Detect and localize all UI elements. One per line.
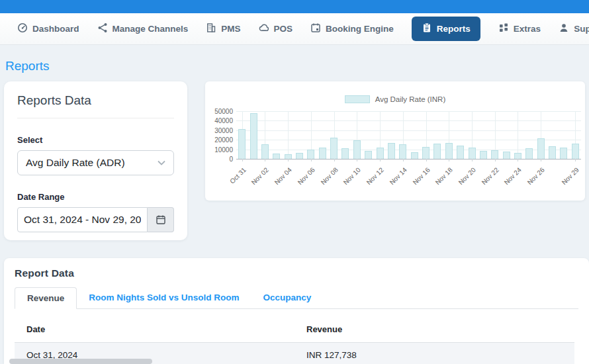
bar-nov-10: [353, 140, 361, 159]
nav-item-manage-channels[interactable]: Manage Channels: [97, 23, 189, 35]
nav-item-booking-engine[interactable]: Booking Engine: [310, 23, 394, 35]
column-header-revenue: Revenue: [294, 318, 574, 343]
divider: [17, 118, 174, 118]
chart-legend[interactable]: Avg Daily Rate (INR): [205, 95, 585, 103]
x-tick-mark: [357, 159, 357, 161]
bar-oct-31: [238, 129, 246, 159]
report-data-card: Report Data Revenue Room Nights Sold vs …: [4, 258, 589, 364]
x-tick-mark: [495, 159, 496, 161]
date-range-calendar-button[interactable]: [148, 207, 174, 232]
bar-nov-09: [341, 148, 349, 159]
x-tick-label: Nov 14: [388, 166, 408, 186]
date-range-label: Date Range: [17, 192, 174, 202]
x-tick-mark: [518, 159, 518, 161]
v-gridline: [518, 111, 518, 159]
report-type-select-value: Avg Daily Rate (ADR): [26, 157, 125, 169]
nav-item-support[interactable]: Support: [559, 23, 589, 35]
bar-nov-08: [330, 138, 338, 159]
nav-item-extras[interactable]: Extras: [498, 23, 541, 35]
x-tick-label: Nov 10: [342, 166, 362, 186]
x-tick-mark: [265, 159, 265, 161]
main-nav: Dashboard Manage Channels PMS POS Bookin…: [0, 13, 589, 45]
nav-item-pos[interactable]: POS: [259, 23, 293, 35]
nav-label: Support: [574, 24, 589, 34]
nav-label: Reports: [437, 24, 471, 34]
tab-revenue[interactable]: Revenue: [15, 287, 77, 309]
select-label: Select: [17, 135, 174, 145]
x-tick-label: Oct 31: [228, 166, 248, 185]
x-tick-label: Nov 20: [457, 166, 477, 186]
nav-label: PMS: [221, 24, 240, 34]
x-tick-mark: [403, 159, 404, 161]
bar-nov-04: [285, 154, 292, 159]
bar-nov-29: [572, 144, 579, 159]
bar-nov-15: [411, 152, 418, 159]
legend-label: Avg Daily Rate (INR): [375, 95, 446, 103]
reports-data-card-title: Reports Data: [17, 93, 174, 108]
bar-nov-28: [560, 148, 567, 159]
y-tick-label: 0: [229, 156, 233, 163]
date-range-input[interactable]: [17, 207, 148, 232]
x-tick-label: Nov 24: [503, 166, 523, 186]
bar-nov-01: [250, 113, 257, 159]
person-icon: [559, 23, 569, 35]
x-tick-mark: [288, 159, 289, 161]
y-tick-label: 10000: [214, 146, 233, 153]
report-tabs: Revenue Room Nights Sold vs Unsold Room …: [15, 287, 578, 309]
report-type-select[interactable]: Avg Daily Rate (ADR): [17, 150, 174, 175]
tab-occupancy[interactable]: Occupancy: [251, 287, 324, 309]
bar-nov-05: [296, 153, 303, 159]
bar-nov-20: [469, 148, 476, 159]
x-tick-label: Nov 06: [296, 166, 316, 186]
calendar-icon: [156, 214, 166, 225]
bar-nov-16: [422, 147, 430, 159]
y-tick-label: 40000: [214, 117, 233, 124]
bar-nov-25: [525, 148, 533, 159]
share-icon: [97, 23, 108, 35]
bar-nov-12: [377, 148, 384, 159]
bar-nov-27: [549, 146, 556, 159]
chevron-down-icon: [158, 160, 165, 165]
bar-nov-02: [261, 144, 269, 159]
chart-y-axis: 01000020000300004000050000: [205, 111, 233, 159]
x-tick-label: Nov 26: [526, 166, 546, 186]
nav-label: Extras: [514, 24, 541, 34]
y-tick-label: 50000: [214, 108, 233, 115]
nav-item-reports[interactable]: Reports: [412, 17, 480, 41]
bar-nov-24: [514, 153, 521, 159]
x-tick-label: Nov 29: [561, 166, 580, 186]
horizontal-scrollbar-thumb[interactable]: [9, 359, 152, 364]
nav-label: Dashboard: [32, 24, 79, 34]
y-tick-label: 30000: [214, 126, 233, 134]
table-header-row: Date Revenue: [15, 318, 574, 343]
bar-nov-14: [399, 144, 406, 159]
nav-label: POS: [274, 24, 293, 34]
legend-swatch: [345, 95, 370, 103]
bar-nov-07: [319, 148, 326, 159]
bar-nov-23: [503, 152, 510, 159]
bar-nov-03: [273, 154, 280, 159]
bar-nov-11: [365, 151, 372, 159]
bar-nov-26: [537, 138, 545, 159]
x-tick-label: Nov 02: [250, 166, 270, 186]
x-tick-label: Nov 22: [480, 166, 500, 186]
x-tick-label: Nov 18: [434, 166, 454, 186]
tab-room-nights[interactable]: Room Nights Sold vs Unsold Room: [77, 287, 251, 309]
chart-x-axis: Oct 31Nov 02Nov 04Nov 06Nov 08Nov 10Nov …: [236, 162, 581, 193]
chart-plot-area: [236, 111, 581, 159]
nav-label: Manage Channels: [113, 24, 189, 34]
bar-nov-06: [307, 150, 314, 159]
x-tick-mark: [242, 159, 243, 161]
x-tick-mark: [575, 159, 576, 161]
x-tick-mark: [449, 159, 449, 161]
y-tick-label: 20000: [214, 136, 233, 144]
grid-icon: [498, 23, 509, 35]
clipboard-icon: [422, 23, 432, 35]
x-tick-label: Nov 16: [411, 166, 431, 186]
x-tick-label: Nov 08: [319, 166, 339, 186]
nav-item-dashboard[interactable]: Dashboard: [17, 23, 79, 35]
bar-nov-19: [457, 146, 464, 159]
nav-label: Booking Engine: [326, 24, 394, 34]
nav-item-pms[interactable]: PMS: [206, 23, 240, 35]
bar-nov-18: [445, 143, 453, 159]
